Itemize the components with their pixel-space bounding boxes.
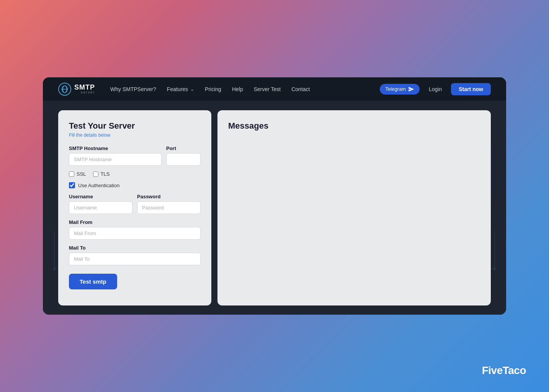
use-auth-checkbox[interactable] [69, 182, 75, 188]
port-label: Port [166, 145, 201, 151]
start-now-button[interactable]: Start now [451, 83, 491, 95]
password-input[interactable] [137, 201, 201, 214]
nav-contact[interactable]: Contact [291, 86, 310, 92]
tls-label: TLS [101, 171, 110, 177]
nav-why[interactable]: Why SMTPServer? [110, 86, 156, 92]
port-input[interactable]: 25 [166, 153, 201, 166]
username-input[interactable] [69, 201, 132, 214]
nav-links: Why SMTPServer? Features Pricing Help Se… [110, 86, 368, 92]
test-server-form-card: Test Your Server Fill the details below … [58, 110, 211, 305]
logo[interactable]: SMTP server [58, 83, 95, 96]
use-auth-label: Use Authentication [78, 183, 119, 188]
password-label: Password [137, 194, 201, 199]
nav-features[interactable]: Features [167, 86, 194, 92]
messages-card: Messages [217, 110, 491, 305]
navbar: SMTP server Why SMTPServer? Features Pri… [43, 77, 506, 101]
hostname-port-row: SMTP Hostname Port 25 [69, 145, 201, 166]
telegram-icon [408, 86, 414, 92]
tls-checkbox-item[interactable]: TLS [93, 171, 110, 177]
mail-to-input[interactable] [69, 253, 201, 265]
nav-help[interactable]: Help [232, 86, 243, 92]
username-group: Username [69, 194, 132, 214]
nav-right: Telegram Login Start now [380, 83, 491, 95]
mail-from-label: Mail From [69, 219, 201, 225]
username-password-row: Username Password [69, 194, 201, 214]
form-subtitle: Fill the details below [69, 132, 201, 138]
ssl-tls-row: SSL TLS [69, 171, 201, 177]
form-title: Test Your Server [69, 121, 201, 131]
logo-server: server [74, 91, 95, 94]
port-group: Port 25 [166, 145, 201, 166]
fivetaco-watermark: FiveTaco [482, 364, 526, 377]
auth-row: Use Authentication [69, 182, 201, 188]
ssl-checkbox-item[interactable]: SSL [69, 171, 86, 177]
test-smtp-button[interactable]: Test smtp [69, 274, 117, 289]
tls-checkbox[interactable] [93, 172, 98, 177]
smtp-hostname-input[interactable] [69, 153, 162, 166]
content-area: Test Your Server Fill the details below … [43, 101, 506, 315]
messages-title: Messages [228, 121, 480, 131]
mail-from-group: Mail From [69, 219, 201, 240]
mail-to-group: Mail To [69, 245, 201, 265]
ssl-checkbox[interactable] [69, 172, 74, 177]
telegram-label: Telegram [385, 86, 405, 92]
login-button[interactable]: Login [424, 84, 446, 95]
nav-server-test[interactable]: Server Test [254, 86, 281, 92]
nav-pricing[interactable]: Pricing [205, 86, 221, 92]
mail-from-input[interactable] [69, 227, 201, 240]
fivetaco-five: Five [482, 364, 503, 376]
username-label: Username [69, 194, 132, 199]
smtp-hostname-label: SMTP Hostname [69, 145, 162, 151]
mail-to-label: Mail To [69, 245, 201, 251]
telegram-button[interactable]: Telegram [380, 84, 419, 95]
password-group: Password [137, 194, 201, 214]
fivetaco-taco: Taco [503, 364, 526, 376]
logo-icon [58, 83, 71, 96]
logo-smtp: SMTP [74, 84, 95, 91]
smtp-hostname-group: SMTP Hostname [69, 145, 162, 166]
ssl-label: SSL [77, 171, 86, 177]
